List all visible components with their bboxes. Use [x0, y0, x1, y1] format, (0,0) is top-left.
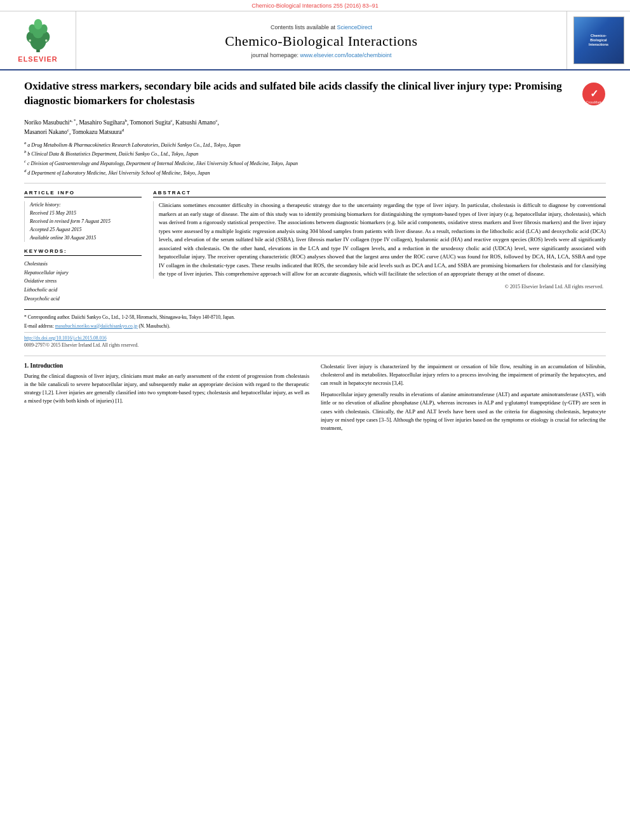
article-info-abstract: Article Info Article history: Received 1… [24, 190, 606, 303]
elsevier-tree-icon [19, 18, 57, 53]
body-two-columns: 1. Introduction During the clinical diag… [24, 356, 606, 436]
crossmark-icon: ✓ CrossMark [582, 82, 606, 106]
bottom-footnotes: * Corresponding author. Daiichi Sankyo C… [24, 310, 606, 333]
elsevier-logo: ELSEVIER [18, 18, 57, 63]
journal-thumbnail: Chemico-BiologicalInteractions [573, 17, 624, 64]
svg-point-8 [29, 39, 31, 42]
banner-center: Contents lists available at ScienceDirec… [76, 11, 566, 69]
homepage-line: journal homepage: www.elsevier.com/locat… [251, 52, 391, 58]
elsevier-logo-container: ELSEVIER [0, 11, 76, 69]
authors-section: Noriko Masubuchia, *, Masahiro Sugiharab… [24, 117, 606, 177]
abstract-label: Abstract [153, 190, 606, 197]
left-column: Article Info Article history: Received 1… [24, 190, 142, 303]
keywords-section: Keywords: Cholestasis Hepatocellular inj… [24, 248, 142, 303]
author-katsushi: Katsushi Amano [175, 119, 215, 126]
keyword-5: Deoxycholic acid [24, 295, 142, 303]
svg-point-9 [45, 39, 48, 42]
body-left-column: 1. Introduction During the clinical diag… [24, 363, 309, 436]
svg-text:✓: ✓ [590, 88, 598, 99]
available-date: Available online 30 August 2015 [30, 234, 142, 243]
doi-line: http://dx.doi.org/10.1016/j.cbi.2015.08.… [24, 335, 606, 341]
intro-heading: 1. Introduction [24, 363, 309, 369]
journal-ref-text: Chemico-Biological Interactions 255 (201… [251, 3, 379, 9]
accepted-date: Accepted 25 August 2015 [30, 226, 142, 234]
received-revised-date: Received in revised form 7 August 2015 [30, 218, 142, 226]
contents-line: Contents lists available at ScienceDirec… [271, 24, 372, 30]
top-bar: Chemico-Biological Interactions 255 (201… [0, 0, 630, 11]
affil-d: d d Department of Laboratory Medicine, J… [24, 168, 606, 177]
email-link[interactable]: masubuchi.noriko.wa@daiichisankyo.co.jp [55, 323, 138, 329]
author-masahiro: Masahiro Sugihara [79, 119, 124, 126]
intro-para-2-3: Cholestatic liver injury is characterize… [321, 363, 606, 432]
elsevier-label: ELSEVIER [18, 55, 57, 63]
doi-link[interactable]: http://dx.doi.org/10.1016/j.cbi.2015.08.… [24, 335, 107, 341]
homepage-link[interactable]: www.elsevier.com/locate/chembioint [300, 52, 392, 58]
journal-title: Chemico-Biological Interactions [225, 33, 417, 50]
copyright-line: © 2015 Elsevier Ireland Ltd. All rights … [153, 284, 606, 290]
author-tomonori: Tomonori Sugita [130, 119, 171, 126]
author-tomokazu: Tomokazu Matsuura [72, 129, 122, 135]
bottom-section: * Corresponding author. Daiichi Sankyo C… [24, 309, 606, 348]
article-info-label: Article Info [24, 190, 142, 197]
keyword-3: Oxidative stress [24, 277, 142, 286]
affil-b: b b Clinical Data & Biostatistics Depart… [24, 149, 606, 158]
affil-a: a a Drug Metabolism & Pharmacokinetics R… [24, 140, 606, 149]
keywords-list: Cholestasis Hepatocellular injury Oxidat… [24, 260, 142, 303]
journal-banner: ELSEVIER Contents lists available at Sci… [0, 11, 630, 70]
keyword-4: Lithocholic acid [24, 286, 142, 295]
article-history: Article history: Received 15 May 2015 Re… [24, 201, 142, 242]
sciencedirect-link[interactable]: ScienceDirect [337, 24, 373, 30]
intro-para-1: During the clinical diagnosis of liver i… [24, 372, 309, 406]
banner-right: Chemico-BiologicalInteractions [566, 11, 630, 69]
keyword-2: Hepatocellular injury [24, 269, 142, 277]
svg-text:CrossMark: CrossMark [586, 100, 602, 104]
divider-1 [24, 183, 606, 183]
main-content: Oxidative stress markers, secondary bile… [0, 70, 630, 444]
corresponding-footnote: * Corresponding author. Daiichi Sankyo C… [24, 314, 606, 321]
issn-line: 0009-2797/© 2015 Elsevier Ireland Ltd. A… [24, 342, 606, 348]
keyword-1: Cholestasis [24, 260, 142, 269]
email-footnote: E-mail address: masubuchi.noriko.wa@daii… [24, 323, 606, 330]
author-noriko: Noriko Masubuchi [24, 119, 70, 126]
keywords-label: Keywords: [24, 248, 142, 256]
svg-point-7 [34, 18, 42, 29]
page-wrapper: Chemico-Biological Interactions 255 (201… [0, 0, 630, 840]
right-column: Abstract Clinicians sometimes encounter … [153, 190, 606, 303]
abstract-text: Clinicians sometimes encounter difficult… [153, 201, 606, 278]
authors-line: Noriko Masubuchia, *, Masahiro Sugiharab… [24, 117, 606, 137]
history-label: Article history: [30, 201, 142, 210]
received-date: Received 15 May 2015 [30, 210, 142, 218]
author-masanori: Masanori Nakano [24, 129, 67, 135]
article-title: Oxidative stress markers, secondary bile… [24, 79, 582, 109]
article-title-section: Oxidative stress markers, secondary bile… [24, 79, 606, 112]
affiliations: a a Drug Metabolism & Pharmacokinetics R… [24, 140, 606, 177]
body-right-column: Cholestatic liver injury is characterize… [321, 363, 606, 436]
affil-c: c c Division of Gastroenterology and Hep… [24, 158, 606, 168]
